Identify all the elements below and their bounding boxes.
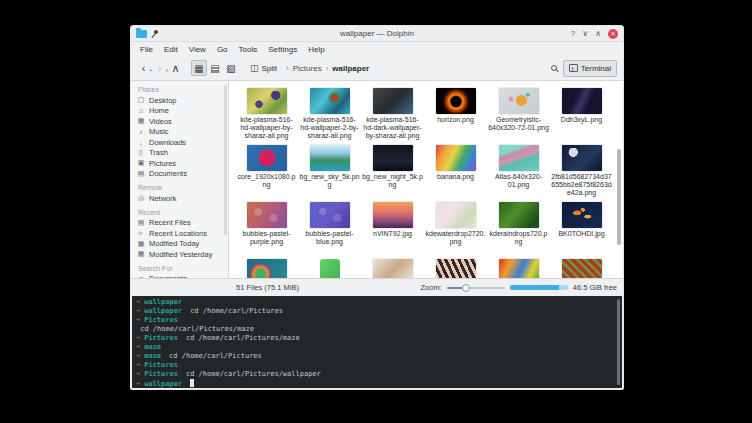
sidebar-item-pictures[interactable]: ▣Pictures	[137, 158, 228, 169]
terminal-scrollbar[interactable]	[617, 299, 620, 385]
file-item[interactable]	[550, 257, 613, 278]
back-button[interactable]: ‹▾	[137, 61, 150, 75]
sidebar-item-network[interactable]: ◎Network	[137, 193, 228, 204]
terminal-line: ➜wallpapercd /home/carl/Pictures	[136, 307, 612, 316]
zoom-slider-handle[interactable]	[462, 284, 470, 292]
file-name: kdewaterdrop2720.png	[425, 230, 486, 246]
file-item[interactable]: core_1920x1080.png	[235, 143, 298, 200]
zoom-slider[interactable]	[447, 287, 505, 289]
file-item[interactable]	[487, 257, 550, 278]
file-item[interactable]: bubbles-pastel-blue.png	[298, 200, 361, 257]
music-icon: ♪	[137, 128, 145, 135]
file-thumbnail	[436, 145, 476, 171]
calendar-icon: ▦	[137, 240, 145, 248]
file-item[interactable]: Atlas-640x320-01.png	[487, 143, 550, 200]
prompt-arrow: ➜	[136, 380, 140, 388]
fileview-scrollbar[interactable]	[617, 149, 621, 245]
back-history-caret-icon[interactable]: ▾	[149, 63, 152, 77]
terminal-panel[interactable]: ➜wallpaper ➜wallpapercd /home/carl/Pictu…	[132, 296, 622, 388]
sidebar-item-videos[interactable]: ▦Videos	[137, 116, 228, 127]
titlebar[interactable]: wallpaper — Dolphin ? ∨ ∧ ×	[131, 26, 623, 42]
mime-image-icon	[320, 259, 340, 278]
breadcrumb-pictures[interactable]: Pictures	[293, 64, 322, 73]
file-item[interactable]: bg_new_sky_5k.png	[298, 143, 361, 200]
sidebar-item-home[interactable]: ⌂Home	[137, 106, 228, 117]
file-view: kde-plasma-516-hd-wallpaper-by-sharaz-al…	[229, 81, 623, 278]
file-name: banana.png	[425, 173, 486, 181]
file-item[interactable]	[298, 257, 361, 278]
breadcrumb-wallpaper[interactable]: wallpaper	[332, 64, 369, 73]
menu-tools[interactable]: Tools	[239, 45, 258, 54]
terminal-line: cd /home/carl/Pictures/maze	[136, 325, 612, 334]
file-name: kde-plasma-516-hd-dark-wallpaper-by-shar…	[362, 116, 423, 140]
command-text: cd /home/carl/Pictures/wallpaper	[186, 370, 321, 378]
tree-view-button[interactable]: ▧	[223, 60, 239, 76]
file-item[interactable]: kderaindrops720.png	[487, 200, 550, 257]
sidebar-item-recent-locations[interactable]: ▹Recent Locations	[137, 228, 228, 239]
network-icon: ◎	[137, 194, 145, 202]
menu-help[interactable]: Help	[308, 45, 324, 54]
help-button[interactable]: ?	[571, 29, 575, 39]
file-item[interactable]	[361, 257, 424, 278]
prompt-dir: wallpaper	[144, 380, 182, 388]
breadcrumb-separator-icon: ›	[326, 64, 329, 73]
menu-view[interactable]: View	[189, 45, 206, 54]
file-item[interactable]: bg_new_night_5k.png	[361, 143, 424, 200]
file-thumbnail	[436, 259, 476, 278]
sidebar-item-downloads[interactable]: ↓Downloads	[137, 137, 228, 148]
sidebar-item-documents[interactable]: ▤Documents	[137, 169, 228, 180]
up-button[interactable]: ∧	[169, 61, 182, 75]
file-item[interactable]	[235, 257, 298, 278]
file-item[interactable]: bubbles-pastel-purple.png	[235, 200, 298, 257]
menu-file[interactable]: File	[140, 45, 153, 54]
sidebar-item-trash[interactable]: ▯Trash	[137, 148, 228, 159]
sidebar-item-modified-today[interactable]: ▦Modified Today	[137, 239, 228, 250]
toolbar: ‹▾ ›▾ ∧ ▦ ▤ ▧ ◫ Split › Pictures › wallp…	[131, 56, 623, 80]
sidebar-item-search-documents[interactable]: ≡Documents	[137, 274, 228, 279]
maximize-button[interactable]: ∧	[595, 29, 601, 39]
file-item[interactable]: Ddh3xyL.png	[550, 86, 613, 143]
file-name: 2fb81d5682734d37655bb2e875f8263de42a.png	[551, 173, 612, 197]
file-item[interactable]: Geometryistic-640x320-72-01.png	[487, 86, 550, 143]
close-button[interactable]: ×	[608, 29, 618, 39]
section-title-remote: Remote	[138, 184, 228, 191]
split-button[interactable]: ◫ Split	[250, 63, 277, 73]
sidebar-item-music[interactable]: ♪Music	[137, 127, 228, 138]
menu-edit[interactable]: Edit	[164, 45, 178, 54]
places-panel: Places ▢Desktop ⌂Home ▦Videos ♪Music ↓Do…	[131, 81, 229, 278]
minimize-button[interactable]: ∨	[582, 29, 588, 39]
calendar-icon: ▦	[137, 250, 145, 258]
terminal-toggle-button[interactable]: ❯ Terminal	[563, 60, 617, 77]
terminal-line: ➜Picturescd /home/carl/Pictures/maze	[136, 334, 612, 343]
file-thumbnail	[373, 145, 413, 171]
file-thumbnail	[373, 88, 413, 114]
menu-settings[interactable]: Settings	[268, 45, 297, 54]
file-item[interactable]: kdewaterdrop2720.png	[424, 200, 487, 257]
file-item[interactable]: kde-plasma-516-hd-wallpaper-by-sharaz-al…	[235, 86, 298, 143]
file-item[interactable]: kde-plasma-516-hd-wallpaper-2-by-sharaz-…	[298, 86, 361, 143]
sidebar-item-recent-files[interactable]: ▤Recent Files	[137, 218, 228, 229]
file-name: Geometryistic-640x320-72-01.png	[488, 116, 549, 132]
terminal-line: ➜mazecd /home/carl/Pictures	[136, 352, 612, 361]
file-item[interactable]: 2fb81d5682734d37655bb2e875f8263de42a.png	[550, 143, 613, 200]
sidebar-item-desktop[interactable]: ▢Desktop	[137, 95, 228, 106]
sidebar-scrollbar[interactable]	[224, 85, 227, 235]
file-item[interactable]: kde-plasma-516-hd-dark-wallpaper-by-shar…	[361, 86, 424, 143]
forward-button[interactable]: ›▾	[153, 61, 166, 75]
documents-icon: ▤	[137, 170, 145, 178]
menu-go[interactable]: Go	[217, 45, 228, 54]
zoom-label: Zoom:	[421, 283, 442, 292]
recent-locations-icon: ▹	[137, 229, 145, 237]
file-item[interactable]: BK0TOHDI.jpg	[550, 200, 613, 257]
file-item[interactable]	[424, 257, 487, 278]
sidebar-item-modified-yesterday[interactable]: ▦Modified Yesterday	[137, 249, 228, 260]
prompt-arrow: ➜	[136, 361, 140, 369]
file-item[interactable]: horizon.png	[424, 86, 487, 143]
file-item[interactable]: banana.png	[424, 143, 487, 200]
details-view-button[interactable]: ▤	[207, 60, 223, 76]
pictures-icon: ▣	[137, 159, 145, 167]
file-item[interactable]: nVINT92.jpg	[361, 200, 424, 257]
search-icon[interactable]	[551, 65, 557, 71]
icons-view-button[interactable]: ▦	[191, 60, 207, 76]
file-thumbnail	[562, 145, 602, 171]
